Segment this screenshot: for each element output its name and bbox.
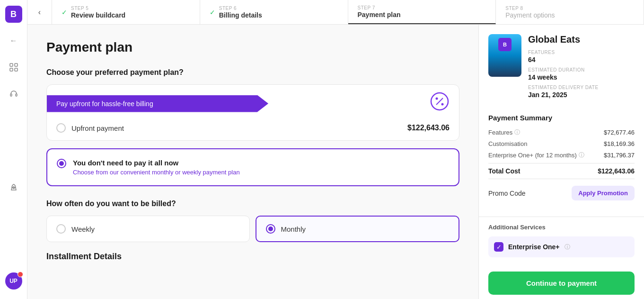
- notification-badge: [18, 272, 23, 277]
- avatar[interactable]: UP: [5, 272, 22, 290]
- step-billing-details: ✓ STEP 6 Billing details: [200, 0, 348, 24]
- step6-number: STEP 6: [219, 6, 262, 11]
- total-key: Total Cost: [488, 167, 520, 175]
- split-title: You don't need to pay it all now: [73, 159, 240, 167]
- project-card: B Global Eats FEATURES 64 ESTIMATED DURA…: [488, 34, 635, 102]
- delivery-label: ESTIMATED DELIVERY DATE: [528, 85, 635, 90]
- upfront-card-row[interactable]: Upfront payment $122,643.06: [47, 116, 459, 140]
- step-check-icon: ✓: [62, 9, 67, 16]
- billing-options: Weekly Monthly: [46, 216, 459, 242]
- payment-summary: Payment Summary Features ⓘ $72,677.46 Cu…: [488, 114, 635, 207]
- project-name: Global Eats: [528, 34, 635, 45]
- enterprise-service-item: ✓ Enterprise One+ ⓘ: [488, 236, 635, 257]
- split-radio-inner: [59, 161, 64, 166]
- features-key: Features ⓘ: [488, 128, 520, 136]
- info-icon-features: ⓘ: [514, 128, 520, 136]
- headset-icon[interactable]: [5, 85, 22, 102]
- step8-name: Payment options: [505, 11, 555, 19]
- back-icon[interactable]: ←: [5, 32, 22, 49]
- enterprise-key: Enterprise One+ (for 12 months) ⓘ: [488, 151, 584, 159]
- svg-point-8: [436, 98, 438, 100]
- svg-rect-0: [10, 63, 13, 66]
- installment-section: Installment Details: [46, 252, 459, 262]
- enterprise-val: $31,796.37: [604, 152, 635, 159]
- duration-value: 14 weeks: [528, 73, 635, 81]
- features-val: $72,677.46: [604, 129, 635, 136]
- weekly-option[interactable]: Weekly: [46, 216, 250, 242]
- step7-name: Payment plan: [358, 11, 401, 18]
- svg-rect-4: [10, 94, 12, 96]
- service-name: Enterprise One+: [508, 243, 560, 251]
- duration-label: ESTIMATED DURATION: [528, 67, 635, 72]
- split-payment-card: You don't need to pay it all now Choose …: [46, 148, 459, 186]
- summary-row-customisation: Customisation $18,169.36: [488, 140, 635, 147]
- apply-promotion-button[interactable]: Apply Promotion: [572, 186, 635, 200]
- enterprise-checkbox[interactable]: ✓: [494, 242, 503, 252]
- payment-question: Choose your preferred payment plan?: [46, 68, 459, 77]
- weekly-label: Weekly: [71, 225, 95, 233]
- main-wrapper: ‹ ✓ STEP 5 Review buildcard ✓ STEP 6 Bil…: [27, 0, 644, 299]
- upfront-label: Upfront payment: [71, 124, 124, 132]
- step8-number: STEP 8: [505, 6, 555, 11]
- customisation-key: Customisation: [488, 140, 527, 147]
- svg-rect-2: [10, 68, 13, 71]
- step-payment-plan: STEP 7 Payment plan: [348, 0, 496, 24]
- split-radio[interactable]: [57, 159, 66, 168]
- grid-icon[interactable]: [5, 59, 22, 76]
- right-panel: B Global Eats FEATURES 64 ESTIMATED DURA…: [478, 25, 644, 299]
- rocket-icon[interactable]: [5, 179, 22, 196]
- step-review-buildcard: ✓ STEP 5 Review buildcard: [52, 0, 200, 24]
- summary-title: Payment Summary: [488, 114, 635, 122]
- sidebar: B ← UP: [0, 0, 27, 299]
- step5-number: STEP 5: [71, 6, 125, 11]
- step7-number: STEP 7: [358, 5, 401, 10]
- billing-section: How often do you want to be billed? Week…: [46, 199, 459, 242]
- delivery-value: Jan 21, 2025: [528, 91, 635, 99]
- weekly-radio[interactable]: [56, 224, 66, 234]
- logo: B: [5, 6, 22, 23]
- svg-point-9: [441, 103, 444, 106]
- upfront-radio[interactable]: [56, 123, 66, 133]
- features-value: 64: [528, 56, 635, 63]
- billing-question: How often do you want to be billed?: [46, 199, 459, 208]
- split-subtitle: Choose from our convenient monthly or we…: [73, 169, 240, 176]
- monthly-label: Monthly: [281, 225, 306, 233]
- installment-title: Installment Details: [46, 252, 459, 262]
- features-label: FEATURES: [528, 50, 635, 55]
- continue-to-payment-button[interactable]: Continue to payment: [488, 272, 635, 295]
- monthly-radio[interactable]: [266, 224, 275, 234]
- monthly-option[interactable]: Monthly: [256, 216, 460, 242]
- step5-name: Review buildcard: [71, 11, 125, 19]
- customisation-val: $18,169.36: [604, 140, 635, 147]
- svg-rect-5: [16, 94, 17, 96]
- main-panel: Payment plan Choose your preferred payme…: [27, 25, 478, 299]
- summary-row-enterprise: Enterprise One+ (for 12 months) ⓘ $31,79…: [488, 151, 635, 159]
- upfront-payment-card: Pay upfront for hassle-free billing Up: [46, 84, 459, 141]
- monthly-radio-inner: [268, 227, 273, 231]
- upfront-price: $122,643.06: [407, 124, 450, 132]
- promo-label: Promo Code: [488, 190, 526, 197]
- promo-row: Promo Code Apply Promotion: [488, 179, 635, 207]
- services-title: Additional Services: [488, 224, 635, 231]
- content-area: Payment plan Choose your preferred payme…: [27, 25, 644, 299]
- info-icon-service: ⓘ: [565, 243, 570, 251]
- summary-total-row: Total Cost $122,643.06: [488, 163, 635, 175]
- additional-services: Additional Services ✓ Enterprise One+ ⓘ: [479, 217, 644, 264]
- step-check-icon-2: ✓: [210, 9, 215, 16]
- info-icon-enterprise: ⓘ: [579, 151, 584, 159]
- total-val: $122,643.06: [598, 167, 635, 175]
- project-thumbnail: B: [488, 34, 521, 77]
- step-back-button[interactable]: ‹: [27, 0, 52, 24]
- discount-icon: [430, 91, 450, 116]
- summary-row-features: Features ⓘ $72,677.46: [488, 128, 635, 136]
- stepper: ‹ ✓ STEP 5 Review buildcard ✓ STEP 6 Bil…: [27, 0, 644, 25]
- svg-rect-3: [15, 68, 18, 71]
- step6-name: Billing details: [219, 11, 262, 19]
- project-thumb-logo: B: [498, 38, 512, 51]
- step-payment-options: STEP 8 Payment options: [496, 0, 644, 24]
- svg-rect-1: [15, 63, 18, 66]
- upfront-banner: Pay upfront for hassle-free billing: [47, 95, 268, 112]
- page-title: Payment plan: [46, 40, 459, 55]
